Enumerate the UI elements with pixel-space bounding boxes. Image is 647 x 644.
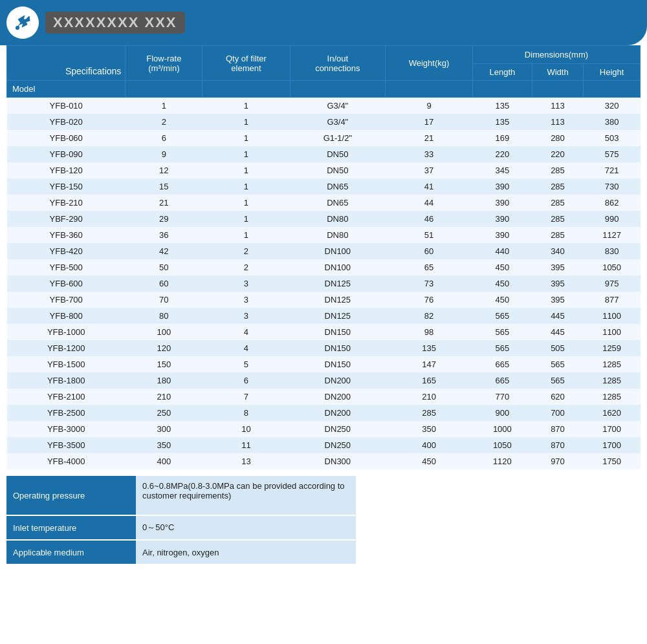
length-header: Length — [472, 64, 532, 81]
operating-pressure-value: 0.6~0.8MPa(0.8-3.0MPa can be provided ac… — [136, 476, 356, 515]
operating-pressure-label: Operating pressure — [6, 476, 136, 515]
inlet-temperature-row: Inlet temperature 0～50°C — [6, 516, 356, 539]
table-row: YFB-600603DN12573450395975 — [7, 275, 641, 292]
applicable-medium-label: Applicable medium — [6, 541, 136, 564]
inout-header: In/outconnections — [290, 46, 386, 81]
table-row: YFB-400040013DN30045011209701750 — [7, 453, 641, 469]
table-header-top: Specifications Flow-rate(m³/min) Qty of … — [7, 46, 641, 64]
width-header: Width — [532, 64, 584, 81]
inlet-temperature-label: Inlet temperature — [6, 516, 136, 539]
table-row: YFB-01011G3/4"9135113320 — [7, 98, 641, 114]
table-row: YFB-02021G3/4"17135113380 — [7, 114, 641, 130]
specs-table: Specifications Flow-rate(m³/min) Qty of … — [6, 45, 641, 469]
table-row: YFB-500502DN100654503951050 — [7, 259, 641, 275]
table-container: Specifications Flow-rate(m³/min) Qty of … — [0, 45, 647, 565]
qty-sub — [203, 81, 290, 98]
table-row: YFB-210211DN6544390285862 — [7, 195, 641, 211]
table-row: YFB-800803DN125825654451100 — [7, 308, 641, 324]
width-sub — [532, 81, 584, 98]
table-row: YFB-420422DN10060440340830 — [7, 243, 641, 259]
table-row: YFB-700703DN12576450395877 — [7, 292, 641, 308]
applicable-medium-value: Air, nitrogen, oxygen — [136, 541, 356, 564]
specs-header: Specifications — [7, 46, 126, 81]
table-row: YFB-120121DN5037345285721 — [7, 162, 641, 178]
table-row: YFB-18001806DN2001656655651285 — [7, 372, 641, 389]
specs-notes: Operating pressure 0.6~0.8MPa(0.8-3.0MPa… — [6, 476, 356, 565]
table-row: YFB-300030010DN25035010008701700 — [7, 421, 641, 437]
table-row: YFB-10001004DN150985654451100 — [7, 324, 641, 340]
inlet-temperature-value: 0～50°C — [136, 516, 356, 539]
table-row: YFB-360361DN80513902851127 — [7, 227, 641, 243]
table-row: YBF-290291DN8046390285990 — [7, 211, 641, 227]
qty-header: Qty of filterelement — [203, 46, 290, 81]
header-title: XXXXXXXX XXX — [45, 12, 185, 34]
table-row: YFB-350035011DN25040010508701700 — [7, 437, 641, 453]
table-row: YFB-06061G1-1/2"21169280503 — [7, 130, 641, 146]
flowrate-header: Flow-rate(m³/min) — [126, 46, 203, 81]
table-row: YFB-21002107DN2002107706201285 — [7, 389, 641, 405]
model-header: Model — [7, 81, 126, 98]
svg-rect-1 — [15, 25, 19, 30]
table-row: YFB-15001505DN1501476655651285 — [7, 356, 641, 372]
table-body: YFB-01011G3/4"9135113320YFB-02021G3/4"17… — [7, 98, 641, 470]
header-bar: XXXXXXXX XXX — [0, 0, 647, 45]
length-sub — [472, 81, 532, 98]
model-row: Model — [7, 81, 641, 98]
height-header: Height — [584, 64, 641, 81]
operating-pressure-row: Operating pressure 0.6~0.8MPa(0.8-3.0MPa… — [6, 476, 356, 515]
weight-sub — [386, 81, 473, 98]
flowrate-sub — [126, 81, 203, 98]
header-icon — [6, 6, 39, 39]
table-row: YFB-150151DN6541390285730 — [7, 178, 641, 195]
weight-header: Weight(kg) — [386, 46, 473, 81]
table-row: YFB-09091DN5033220220575 — [7, 146, 641, 162]
dimensions-header: Dimensions(mm) — [472, 46, 640, 64]
inout-sub — [290, 81, 386, 98]
applicable-medium-row: Applicable medium Air, nitrogen, oxygen — [6, 541, 356, 564]
height-sub — [584, 81, 641, 98]
table-row: YFB-12001204DN1501355655051259 — [7, 340, 641, 356]
table-row: YFB-25002508DN2002859007001620 — [7, 405, 641, 421]
